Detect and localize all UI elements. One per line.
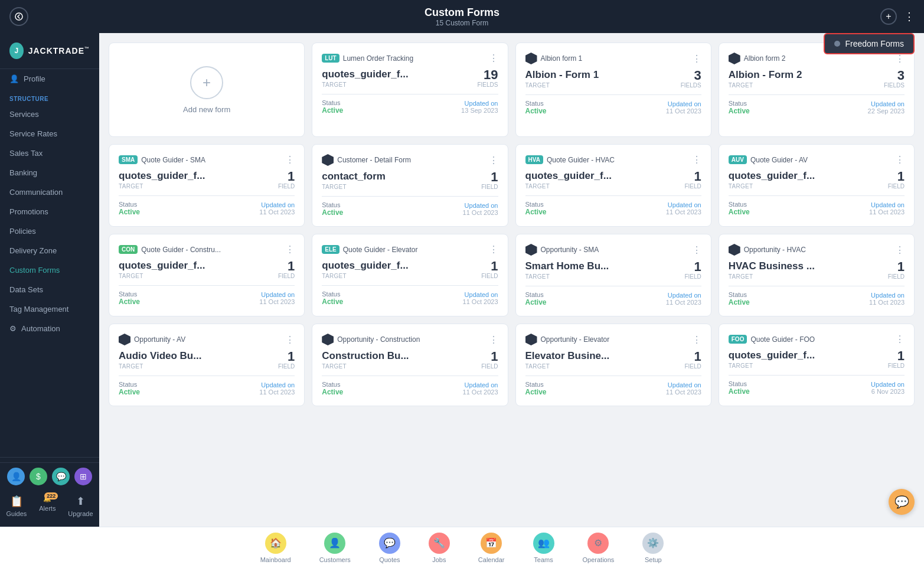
form-card-0[interactable]: LUT Lumen Order Tracking ⋮ quotes_guider… — [312, 43, 508, 137]
form-card-12[interactable]: Opportunity - Construction ⋮ Constructio… — [312, 324, 508, 406]
card-menu-2[interactable]: ⋮ — [895, 53, 905, 64]
sidebar-item-delivery-zone[interactable]: Delivery Zone — [0, 241, 99, 260]
jobs-icon: 🔧 — [429, 533, 450, 554]
nav-jobs[interactable]: 🔧 Jobs — [414, 533, 464, 563]
alerts-count: 222 — [44, 492, 58, 500]
form-card-6[interactable]: AUV Quote Guider - AV ⋮ quotes_guider_f.… — [719, 144, 915, 227]
card-header-left-0: LUT Lumen Order Tracking — [322, 54, 413, 63]
card-menu-11[interactable]: ⋮ — [285, 334, 295, 345]
operations-label: Operations — [583, 556, 615, 563]
card-header-left-1: Albion form 1 — [525, 53, 583, 64]
avatar-user[interactable]: 👤 — [7, 468, 25, 485]
sidebar-item-banking[interactable]: Banking — [0, 163, 99, 182]
nav-mainboard[interactable]: 🏠 Mainboard — [246, 533, 305, 563]
card-name-1: Albion - Form 1 — [525, 69, 599, 81]
nav-calendar[interactable]: 📅 Calendar — [464, 533, 519, 563]
form-card-5[interactable]: HVA Quote Guider - HVAC ⋮ quotes_guider_… — [515, 144, 711, 227]
card-divider-0 — [322, 94, 498, 94]
add-form-label: Add new form — [183, 105, 230, 114]
sidebar-item-services[interactable]: Services — [0, 105, 99, 124]
card-menu-0[interactable]: ⋮ — [489, 53, 498, 64]
avatar-dollar[interactable]: $ — [30, 468, 47, 485]
card-meta-1: Albion - Form 1 TARGET 3 FIELDS — [525, 69, 701, 89]
sidebar-item-automation[interactable]: ⚙ Automation — [0, 319, 99, 338]
freedom-forms-badge: Freedom Forms — [824, 33, 915, 54]
form-card-3[interactable]: SMA Quote Guider - SMA ⋮ quotes_guider_f… — [109, 144, 305, 227]
nav-quotes[interactable]: 💬 Quotes — [365, 533, 414, 563]
logo-text: JACKTRADE™ — [28, 46, 90, 56]
card-menu-14[interactable]: ⋮ — [895, 334, 905, 345]
header-title-area: Custom Forms 15 Custom Form — [425, 6, 499, 27]
add-button[interactable]: + — [880, 8, 897, 25]
card-menu-8[interactable]: ⋮ — [489, 244, 498, 255]
card-name-2: Albion - Form 2 — [729, 69, 802, 81]
card-menu-12[interactable]: ⋮ — [489, 334, 498, 345]
card-menu-5[interactable]: ⋮ — [692, 154, 701, 165]
sidebar-label-data-sets: Data Sets — [9, 285, 43, 294]
avatar-chat[interactable]: 💬 — [52, 468, 70, 485]
sidebar-item-policies[interactable]: Policies — [0, 221, 99, 241]
card-menu-1[interactable]: ⋮ — [692, 53, 701, 64]
form-card-8[interactable]: ELE Quote Guider - Elevator ⋮ quotes_gui… — [312, 234, 508, 316]
status-value-0: Active — [322, 106, 343, 115]
sidebar-label-service-rates: Service Rates — [9, 129, 57, 138]
jobs-label: Jobs — [432, 556, 446, 563]
cards-grid: + Add new form LUT Lumen Order Tracking … — [109, 43, 915, 406]
updated-label-0: Updated on — [461, 100, 498, 107]
alerts-button[interactable]: 🔔 222 Alerts — [34, 490, 60, 522]
upgrade-label: Upgrade — [68, 510, 93, 517]
mainboard-icon: 🏠 — [265, 533, 286, 554]
nav-operations[interactable]: ⚙ Operations — [569, 533, 629, 563]
sidebar-label-promotions: Promotions — [9, 207, 48, 216]
card-count-label-0: FIELDS — [477, 81, 498, 88]
guides-button[interactable]: 📋 Guides — [1, 490, 31, 522]
upgrade-button[interactable]: ⬆ Upgrade — [63, 490, 97, 522]
card-menu-4[interactable]: ⋮ — [489, 155, 498, 166]
sidebar-label-tag-management: Tag Management — [9, 305, 68, 314]
card-menu-7[interactable]: ⋮ — [285, 244, 295, 255]
updated-date-0: 13 Sep 2023 — [461, 107, 498, 114]
form-card-13[interactable]: Opportunity - Elevator ⋮ Elevator Busine… — [515, 324, 711, 406]
logo-icon: J — [9, 43, 24, 59]
sidebar-item-promotions[interactable]: Promotions — [0, 202, 99, 221]
card-menu-13[interactable]: ⋮ — [692, 334, 701, 345]
sidebar-item-sales-tax[interactable]: Sales Tax — [0, 143, 99, 163]
form-card-1[interactable]: Albion form 1 ⋮ Albion - Form 1 TARGET 3… — [515, 43, 711, 137]
card-menu-3[interactable]: ⋮ — [285, 154, 295, 165]
form-card-9[interactable]: Opportunity - SMA ⋮ Smart Home Bu... TAR… — [515, 234, 711, 316]
add-new-form-card[interactable]: + Add new form — [109, 43, 305, 137]
chat-support-button[interactable]: 💬 — [889, 489, 915, 515]
form-card-11[interactable]: Opportunity - AV ⋮ Audio Video Bu... TAR… — [109, 324, 305, 406]
card-menu-10[interactable]: ⋮ — [895, 244, 905, 256]
nav-teams[interactable]: 👥 Teams — [519, 533, 569, 563]
guides-icon: 📋 — [10, 495, 23, 508]
sidebar-item-custom-forms[interactable]: Custom Forms — [0, 260, 99, 280]
back-button[interactable] — [9, 7, 28, 26]
header-actions: + ⋮ — [880, 8, 915, 25]
card-menu-9[interactable]: ⋮ — [692, 244, 701, 256]
sidebar-item-communication[interactable]: Communication — [0, 182, 99, 202]
sidebar-label-delivery-zone: Delivery Zone — [9, 246, 57, 255]
sidebar-item-tag-management[interactable]: Tag Management — [0, 299, 99, 319]
card-name-0: quotes_guider_f... — [322, 68, 408, 80]
nav-setup[interactable]: ⚙️ Setup — [628, 533, 678, 563]
form-card-7[interactable]: CON Quote Guider - Constru... ⋮ quotes_g… — [109, 234, 305, 316]
main-layout: J JACKTRADE™ 👤 Profile Structure Service… — [0, 33, 924, 527]
guides-label: Guides — [6, 510, 27, 517]
upgrade-icon: ⬆ — [76, 495, 85, 508]
card-menu-6[interactable]: ⋮ — [895, 154, 905, 165]
alerts-label: Alerts — [39, 505, 55, 512]
sidebar-item-profile[interactable]: 👤 Profile — [0, 69, 99, 89]
nav-customers[interactable]: 👤 Customers — [305, 533, 365, 563]
hex-badge-2 — [729, 53, 740, 64]
sidebar-item-service-rates[interactable]: Service Rates — [0, 124, 99, 143]
sidebar: J JACKTRADE™ 👤 Profile Structure Service… — [0, 33, 99, 527]
form-card-2[interactable]: Albion form 2 ⋮ Albion - Form 2 TARGET 3… — [719, 43, 915, 137]
form-card-10[interactable]: Opportunity - HVAC ⋮ HVAC Business ... T… — [719, 234, 915, 316]
avatar-grid[interactable]: ⊞ — [74, 468, 92, 485]
form-card-4[interactable]: Customer - Detail Form ⋮ contact_form TA… — [312, 144, 508, 227]
sidebar-item-data-sets[interactable]: Data Sets — [0, 280, 99, 299]
profile-icon: 👤 — [9, 74, 19, 83]
form-card-14[interactable]: FOO Quote Guider - FOO ⋮ quotes_guider_f… — [719, 324, 915, 406]
menu-dots-button[interactable]: ⋮ — [904, 10, 915, 23]
